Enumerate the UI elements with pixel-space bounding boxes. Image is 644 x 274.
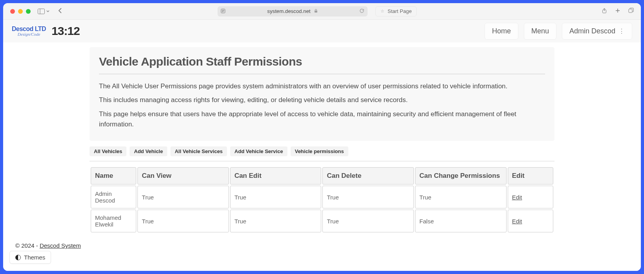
tab-all-vehicles[interactable]: All Vehicles — [90, 146, 126, 156]
tab-add-vehicle-service[interactable]: Add Vehicle Service — [230, 146, 287, 156]
brand-subtitle: Design/Code — [18, 32, 40, 37]
cell-can-change: True — [415, 186, 507, 208]
nav-menu-label: Menu — [531, 27, 549, 35]
edit-link[interactable]: Edit — [512, 194, 522, 201]
tab-all-vehicle-services[interactable]: All Vehicle Services — [170, 146, 227, 156]
reload-icon[interactable] — [359, 8, 364, 15]
footer: © 2024 - Descod System — [15, 242, 635, 249]
cell-action: Edit — [508, 186, 553, 208]
nav-user-menu[interactable]: Admin Descod ⋮ — [562, 23, 632, 40]
cell-can-edit: True — [230, 210, 322, 232]
share-icon[interactable] — [602, 8, 607, 15]
permissions-table: Name Can View Can Edit Can Delete Can Ch… — [90, 166, 554, 234]
table-row: Mohamed Elwekil True True True False Edi… — [91, 210, 553, 232]
cell-can-view: True — [137, 210, 229, 232]
brand-logo[interactable]: Descod LTD Design/Code — [12, 26, 46, 37]
cell-action: Edit — [508, 210, 553, 232]
browser-toolbar: system.descod.net ☆ Start Page — [3, 3, 641, 20]
lock-icon — [314, 9, 318, 14]
cell-can-view: True — [137, 186, 229, 208]
back-button[interactable] — [58, 7, 62, 15]
edit-link[interactable]: Edit — [512, 218, 522, 225]
footer-prefix: © 2024 - — [15, 242, 40, 249]
theme-contrast-icon — [15, 255, 21, 260]
permissions-table-wrap: Name Can View Can Edit Can Delete Can Ch… — [90, 166, 554, 234]
col-can-view: Can View — [137, 167, 229, 184]
bookmark-label: Start Page — [388, 8, 412, 14]
tab-add-vehicle[interactable]: Add Vehicle — [130, 146, 167, 156]
top-nav: Home Menu Admin Descod ⋮ — [485, 23, 632, 40]
page-title: Vehicle Application Staff Permissions — [99, 55, 545, 68]
sub-nav-tabs: All Vehicles Add Vehicle All Vehicle Ser… — [90, 146, 554, 161]
close-window-button[interactable] — [10, 9, 15, 14]
tab-vehicle-permissions[interactable]: Vehicle permissions — [291, 146, 348, 156]
app-header: Descod LTD Design/Code 13:12 Home Menu A… — [3, 20, 641, 42]
svg-rect-10 — [629, 9, 632, 13]
svg-rect-6 — [315, 11, 317, 13]
star-icon: ☆ — [381, 9, 384, 14]
kebab-icon: ⋮ — [618, 27, 625, 35]
divider — [99, 74, 545, 74]
cell-can-change: False — [415, 210, 507, 232]
cell-can-delete: True — [322, 210, 414, 232]
table-header-row: Name Can View Can Edit Can Delete Can Ch… — [91, 167, 553, 184]
browser-actions — [602, 8, 634, 15]
cell-can-edit: True — [230, 186, 322, 208]
col-edit: Edit — [508, 167, 553, 184]
page-content: Vehicle Application Staff Permissions Th… — [3, 42, 641, 271]
minimize-window-button[interactable] — [18, 9, 23, 14]
site-settings-icon[interactable] — [221, 9, 225, 14]
themes-label: Themes — [24, 254, 45, 261]
footer-link[interactable]: Descod System — [40, 242, 81, 249]
cell-name: Mohamed Elwekil — [91, 210, 136, 232]
clock: 13:12 — [51, 24, 80, 38]
new-tab-icon[interactable] — [615, 8, 620, 15]
col-can-change-permissions: Can Change Permissions — [415, 167, 507, 184]
cell-can-delete: True — [322, 186, 414, 208]
address-bar[interactable]: system.descod.net — [218, 6, 368, 16]
chevron-down-icon — [46, 10, 49, 13]
themes-button[interactable]: Themes — [9, 251, 51, 264]
col-name: Name — [91, 167, 136, 184]
window-controls — [10, 9, 31, 14]
page-desc-2: This includes managing access rights for… — [99, 95, 545, 105]
nav-menu[interactable]: Menu — [524, 23, 556, 40]
page-desc-3: This page helps ensure that users have t… — [99, 109, 545, 130]
bookmark-start-page[interactable]: ☆ Start Page — [375, 6, 417, 16]
sidebar-toggle-icon[interactable] — [38, 9, 49, 14]
page-header-card: Vehicle Application Staff Permissions Th… — [90, 47, 554, 141]
nav-user-label: Admin Descod — [569, 27, 615, 35]
maximize-window-button[interactable] — [26, 9, 31, 14]
nav-home[interactable]: Home — [485, 23, 518, 40]
col-can-edit: Can Edit — [230, 167, 322, 184]
nav-home-label: Home — [492, 27, 511, 35]
col-can-delete: Can Delete — [322, 167, 414, 184]
cell-name: Admin Descod — [91, 186, 136, 208]
tabs-overview-icon[interactable] — [628, 8, 634, 15]
page-desc-1: The All Vehicle User Permissions page pr… — [99, 81, 545, 91]
brand-title: Descod LTD — [12, 26, 46, 32]
svg-rect-0 — [38, 9, 45, 14]
table-row: Admin Descod True True True True Edit — [91, 186, 553, 208]
url-text: system.descod.net — [267, 8, 318, 14]
